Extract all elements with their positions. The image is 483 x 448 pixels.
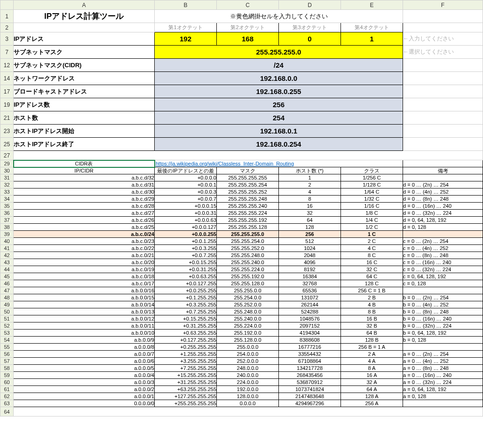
cell[interactable] <box>403 98 483 111</box>
table-row[interactable]: 38a.b.c.d/25+0.0.0.127255.255.255.128128… <box>0 224 483 231</box>
table-cell[interactable]: 2 A <box>341 351 403 358</box>
row-header[interactable]: 33 <box>0 189 14 196</box>
table-cell[interactable]: +0.0.0.31 <box>155 210 217 217</box>
table-row[interactable]: 55a.0.0.0/8+0.255.255.255255.0.0.0167772… <box>0 344 483 351</box>
row-header[interactable]: 60 <box>0 379 14 386</box>
table-cell[interactable]: 1/32 C <box>341 196 403 203</box>
table-cell[interactable]: 128 B <box>341 337 403 344</box>
table-cell[interactable]: 240.0.0.0 <box>217 372 279 379</box>
table-cell[interactable]: 16384 <box>279 273 341 280</box>
table-cell[interactable]: 255.255.240.0 <box>217 259 279 266</box>
table-row[interactable]: 50a.b.0.0/13+0.7.255.255255.248.0.052428… <box>0 308 483 315</box>
row-header[interactable]: 35 <box>0 203 14 210</box>
table-cell[interactable]: +255.255.255.255 <box>155 400 217 407</box>
table-row[interactable]: 33a.b.c.d/30+0.0.0.3255.255.255.25241/64… <box>0 189 483 196</box>
table-cell[interactable] <box>403 174 483 181</box>
cell[interactable] <box>403 85 483 98</box>
table-cell[interactable]: a.b.c.d/32 <box>14 174 155 181</box>
table-cell[interactable]: a.b.c.d/29 <box>14 196 155 203</box>
table-cell[interactable]: 16 A <box>341 372 403 379</box>
row-header[interactable]: 7 <box>0 46 14 59</box>
row-header[interactable]: 19 <box>0 98 14 111</box>
table-cell[interactable]: a.b.c.0/18 <box>14 273 155 280</box>
table-cell[interactable]: 64 B <box>341 330 403 337</box>
table-cell[interactable]: 255.192.0.0 <box>217 330 279 337</box>
table-cell[interactable]: +63.255.255.255 <box>155 386 217 393</box>
select-all-corner[interactable] <box>0 0 14 10</box>
table-row[interactable]: 42a.b.c.0/21+0.0.7.255255.255.248.020488… <box>0 252 483 259</box>
table-cell[interactable]: 256 C = 1 B <box>341 287 403 294</box>
table-row[interactable]: 49a.b.0.0/14+0.3.255.255255.252.0.026214… <box>0 301 483 308</box>
table-cell[interactable]: a.b.c.d/27 <box>14 210 155 217</box>
table-cell[interactable]: 32768 <box>279 280 341 287</box>
table-cell[interactable]: c = 0, 128 <box>403 280 483 287</box>
table-cell[interactable]: c = 0 … (16n) … 240 <box>403 259 483 266</box>
table-cell[interactable]: 16 B <box>341 315 403 322</box>
table-cell[interactable]: 1/64 C <box>341 189 403 196</box>
cidr-label[interactable]: サブネットマスク(CIDR) <box>14 59 155 72</box>
table-cell[interactable]: b = 0, 64, 128, 192 <box>403 330 483 337</box>
table-cell[interactable]: 134217728 <box>279 365 341 372</box>
row-header[interactable]: 23 <box>0 125 14 138</box>
row-header[interactable]: 14 <box>0 72 14 85</box>
table-cell[interactable]: 4194304 <box>279 330 341 337</box>
table-cell[interactable]: 33554432 <box>279 351 341 358</box>
row-header[interactable]: 55 <box>0 344 14 351</box>
table-cell[interactable]: 1/128 C <box>341 181 403 189</box>
table-cell[interactable]: 32 B <box>341 322 403 330</box>
table-cell[interactable]: d = 0 … (8n) … 248 <box>403 196 483 203</box>
table-cell[interactable]: 4 A <box>341 358 403 365</box>
octet-label-4[interactable]: 第4オクテット <box>341 23 403 32</box>
cidr-col-class[interactable]: クラス <box>341 167 403 174</box>
table-cell[interactable]: 255.255.255.254 <box>217 181 279 189</box>
table-cell[interactable]: a.0.0.0/5 <box>14 365 155 372</box>
table-cell[interactable]: +0.0.0.1 <box>155 181 217 189</box>
table-cell[interactable]: 65536 <box>279 287 341 294</box>
row-header[interactable]: 34 <box>0 196 14 203</box>
table-cell[interactable] <box>403 344 483 351</box>
table-cell[interactable]: 8 B <box>341 308 403 315</box>
col-E[interactable]: E <box>341 0 403 10</box>
table-row[interactable]: 44a.b.c.0/19+0.0.31.255255.255.224.08192… <box>0 266 483 273</box>
row-header[interactable]: 2 <box>0 23 14 32</box>
table-cell[interactable]: a.b.c.0/22 <box>14 245 155 252</box>
table-cell[interactable]: 192.0.0.0 <box>217 386 279 393</box>
row-header[interactable]: 12 <box>0 59 14 72</box>
cell[interactable] <box>403 23 483 32</box>
table-cell[interactable]: 0.0.0.0/0 <box>14 400 155 407</box>
row-header[interactable]: 50 <box>0 308 14 315</box>
row-header[interactable]: 32 <box>0 181 14 189</box>
table-cell[interactable]: 255.255.255.192 <box>217 217 279 224</box>
ip-count-value[interactable]: 256 <box>155 98 403 111</box>
table-cell[interactable]: a = 0, 128 <box>403 393 483 400</box>
table-cell[interactable]: 256 <box>279 231 341 238</box>
table-row[interactable]: 48a.b.0.0/15+0.1.255.255255.254.0.013107… <box>0 294 483 301</box>
table-cell[interactable]: a.b.0.0/16 <box>14 287 155 294</box>
table-cell[interactable]: 524288 <box>279 308 341 315</box>
table-cell[interactable]: a.b.c.d/28 <box>14 203 155 210</box>
ip-octet-1-input[interactable]: 192 <box>155 32 217 46</box>
table-cell[interactable]: +0.3.255.255 <box>155 301 217 308</box>
table-cell[interactable]: 8 C <box>341 252 403 259</box>
table-cell[interactable]: +0.0.0.63 <box>155 217 217 224</box>
row-header[interactable]: 25 <box>0 138 14 151</box>
table-cell[interactable]: +0.63.255.255 <box>155 330 217 337</box>
table-cell[interactable]: 255.255.252.0 <box>217 245 279 252</box>
table-cell[interactable]: a = 0 … (16n) … 240 <box>403 372 483 379</box>
row-header[interactable]: 54 <box>0 337 14 344</box>
table-cell[interactable]: +0.0.127.255 <box>155 280 217 287</box>
cidr-table-link-cell[interactable]: https://ja.wikipedia.org/wiki/Classless_… <box>155 160 403 167</box>
table-cell[interactable]: c = 0 … (32n) … 224 <box>403 266 483 273</box>
broadcast-address-value[interactable]: 192.168.0.255 <box>155 85 403 98</box>
table-cell[interactable]: 255.255.254.0 <box>217 238 279 245</box>
row-header[interactable]: 3 <box>0 32 14 46</box>
table-cell[interactable]: +31.255.255.255 <box>155 379 217 386</box>
table-cell[interactable]: 255.255.255.0 <box>217 231 279 238</box>
subnet-mask-hint[interactable]: ←選択してください <box>403 46 483 59</box>
table-cell[interactable]: +0.0.0.127 <box>155 224 217 231</box>
table-cell[interactable]: +0.7.255.255 <box>155 308 217 315</box>
host-count-value[interactable]: 254 <box>155 111 403 125</box>
row-header[interactable]: 29 <box>0 160 14 167</box>
table-cell[interactable]: +0.0.63.255 <box>155 273 217 280</box>
table-cell[interactable]: 255.255.192.0 <box>217 273 279 280</box>
